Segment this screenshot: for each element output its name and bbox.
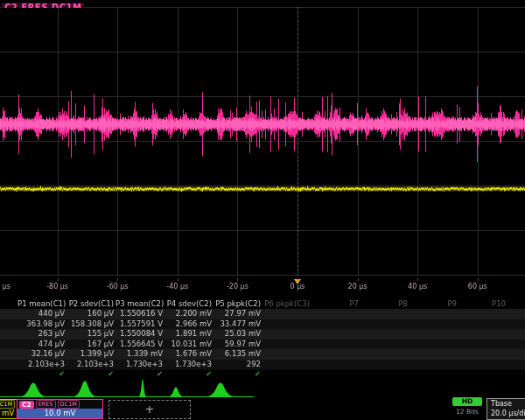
measure-value: 160 µV — [66, 309, 114, 319]
histicon-p5[interactable] — [205, 383, 236, 397]
measure-value: 33.477 mV — [214, 319, 261, 330]
c2-label: C2 — [19, 401, 34, 409]
time-axis-tick — [417, 278, 418, 281]
channel-c2-descriptor[interactable]: C2 ERES DC1M 10.0 mV — [17, 399, 103, 419]
measure-value: 474 µV — [18, 340, 65, 350]
measure-row-sdev: 32.16 µV1.399 µV1.339 mV1.676 mV6.135 mV — [0, 349, 525, 360]
time-axis-label: 0 µs — [290, 283, 305, 290]
measure-column-header[interactable]: P6 pkpk(C3) — [262, 298, 310, 309]
time-axis-label: -20 µs — [227, 283, 248, 290]
timebase-descriptor[interactable]: Tbase 20.0 µs/div — [486, 398, 525, 420]
measure-row-value: 440 µV160 µV1.550616 V2.200 mV27.97 mV — [0, 309, 525, 319]
measurement-table: P1 mean(C1)P2 sdev(C1)P3 mean(C2)P4 sdev… — [0, 298, 525, 379]
histicon-p4[interactable] — [167, 388, 185, 397]
add-trace-button[interactable]: + — [108, 400, 191, 419]
measure-value: 2.966 mV — [164, 319, 212, 330]
measure-value: 1.891 mV — [164, 329, 212, 340]
hd-mode-badge[interactable]: HD — [452, 397, 482, 406]
measure-value: 1.550084 V — [116, 329, 163, 340]
measure-column-header[interactable]: P3 mean(C2) — [116, 298, 163, 309]
measure-row-min: 263 µV155 µV1.550084 V1.891 mV25.03 mV — [0, 329, 525, 340]
time-axis-label: -60 µs — [107, 283, 129, 290]
time-axis[interactable]: -100 µs-80 µs-60 µs-40 µs-20 µs0 µs20 µs… — [0, 278, 525, 296]
measure-row-max: 474 µV167 µV1.556645 V10.031 mV59.97 mV — [0, 340, 525, 350]
time-axis-tick — [298, 278, 298, 281]
measure-value: 158.308 µV — [66, 319, 114, 330]
measure-column-header[interactable]: P1 mean(C1) — [18, 298, 65, 309]
measure-value: 2.200 mV — [164, 309, 212, 319]
trace-annotation-label: C2 ERES DC1M — [2, 0, 84, 8]
measure-value: 292 — [214, 360, 261, 370]
timebase-title: Tbase — [491, 400, 512, 408]
measure-header-row: P1 mean(C1)P2 sdev(C1)P3 mean(C2)P4 sdev… — [0, 298, 525, 309]
time-axis-tick — [117, 278, 118, 281]
measure-value: 32.16 µV — [18, 349, 65, 360]
time-axis-label: -40 µs — [166, 283, 188, 290]
time-axis-tick — [178, 278, 178, 281]
time-axis-label: -100 µs — [0, 283, 10, 290]
time-axis-label: 20 µs — [348, 283, 368, 290]
parameter-histicon-strip[interactable] — [0, 378, 525, 399]
measure-value: 2.103e+3 — [66, 360, 114, 370]
measure-value: 167 µV — [66, 340, 114, 350]
measure-value: 155 µV — [66, 329, 114, 340]
measure-column-header[interactable]: P11 — [508, 298, 525, 309]
measure-column-header[interactable]: P7 — [312, 298, 359, 309]
time-axis-tick — [237, 278, 238, 281]
measure-column-header[interactable]: P2 sdev(C1) — [66, 298, 114, 309]
measure-column-header[interactable]: P5 pkpk(C2) — [214, 298, 261, 309]
waveform-display[interactable] — [0, 0, 525, 280]
measure-value: 59.97 mV — [214, 340, 261, 350]
time-axis-tick — [58, 278, 59, 281]
resolution-label: 12 Bits — [449, 408, 486, 416]
measure-column-header[interactable]: P9 — [410, 298, 457, 309]
measure-value: 1.550616 V — [116, 309, 163, 319]
histicon-p2[interactable] — [72, 382, 98, 397]
measure-column-header[interactable]: P10 — [458, 298, 506, 309]
time-axis-label: 40 µs — [408, 283, 427, 290]
measure-value: 1.557591 V — [116, 319, 163, 330]
measure-value: 263 µV — [18, 329, 65, 340]
c2-volts-per-div: 10.0 mV — [18, 409, 102, 418]
histicon-p1[interactable] — [18, 383, 48, 397]
oscilloscope-screen: C2 ERES DC1M -100 µs-80 µs-60 µs-40 µs-2… — [0, 0, 525, 420]
c1-volts-per-div: 10.0 mV — [0, 409, 17, 418]
measure-row-num: 2.103e+32.103e+31.730e+31.730e+3292 — [0, 360, 525, 370]
measure-column-header[interactable]: P8 — [360, 298, 408, 309]
measure-value: 27.97 mV — [214, 309, 261, 319]
measure-row-mean: 363.98 µV158.308 µV1.557591 V2.966 mV33.… — [0, 319, 525, 330]
time-axis-tick — [358, 278, 359, 281]
measure-value: 1.556645 V — [116, 340, 163, 350]
measure-value: 1.676 mV — [164, 349, 212, 360]
time-axis-label: -80 µs — [46, 283, 68, 290]
measure-value: 2.103e+3 — [18, 360, 65, 370]
measure-value: 1.339 mV — [116, 349, 163, 360]
channel-c1-descriptor[interactable]: DC1M 10.0 mV — [0, 399, 18, 419]
time-axis-tick — [478, 278, 479, 281]
measure-value: 1.730e+3 — [164, 360, 212, 370]
measure-column-header[interactable]: P4 sdev(C2) — [164, 298, 212, 309]
c2-eres-tag: ERES — [36, 400, 56, 409]
time-axis-label: 60 µs — [468, 283, 487, 290]
c2-coupling-tag: DC1M — [58, 400, 80, 409]
measure-value: 10.031 mV — [164, 340, 212, 350]
measure-value: 1.399 µV — [66, 349, 114, 360]
histicon-p3[interactable] — [138, 380, 147, 397]
measure-value: 25.03 mV — [214, 329, 261, 340]
c1-coupling-tag: DC1M — [0, 400, 15, 409]
measure-value: 363.98 µV — [18, 319, 65, 330]
measure-value: 440 µV — [18, 309, 65, 319]
timebase-scale: 20.0 µs/div — [491, 410, 525, 417]
measure-value: 1.730e+3 — [116, 360, 163, 370]
measure-value: 6.135 mV — [214, 349, 261, 360]
